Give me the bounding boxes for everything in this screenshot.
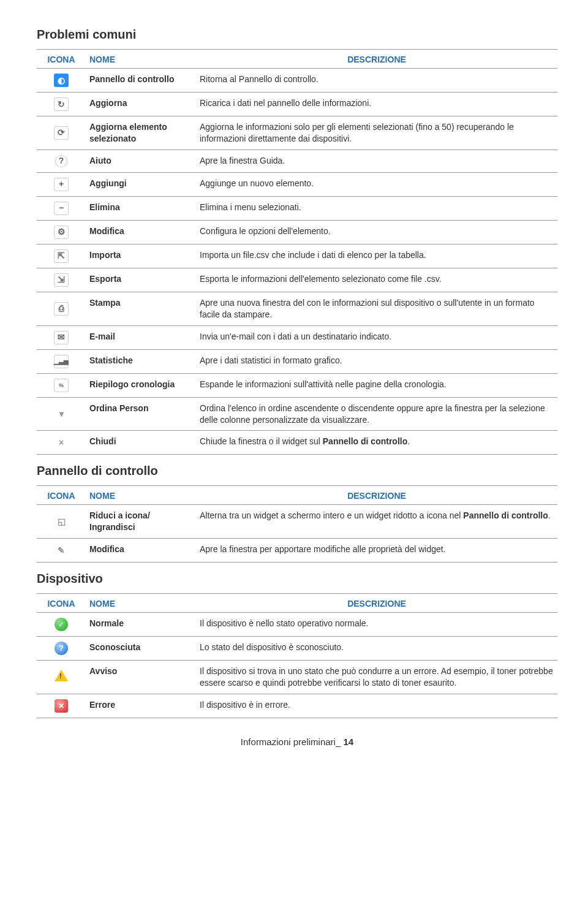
table-row: AvvisoIl dispositivo si trova in uno sta… xyxy=(37,661,557,694)
history-icon: % xyxy=(54,379,69,392)
header-desc: DESCRIZIONE xyxy=(196,486,557,505)
page-footer: Informazioni preliminari_ 14 xyxy=(37,737,557,747)
name-cell: Avviso xyxy=(86,661,196,694)
footer-text: Informazioni preliminari xyxy=(241,737,336,747)
desc-cell: Lo stato del dispositivo è sconosciuto. xyxy=(196,637,557,661)
icon-cell: ◐ xyxy=(37,69,86,93)
status-error-icon: ✕ xyxy=(55,699,68,713)
section-title: Problemi comuni xyxy=(37,28,557,42)
name-cell: Modifica xyxy=(86,220,196,244)
status-warning-icon xyxy=(55,670,68,681)
icon-cell: ⚙ xyxy=(37,220,86,244)
desc-cell: Elimina i menu selezionati. xyxy=(196,196,557,220)
name-cell: Aggiorna elemento selezionato xyxy=(86,116,196,150)
footer-page: 14 xyxy=(343,737,353,747)
name-cell: Statistiche xyxy=(86,349,196,373)
name-cell: Aggiungi xyxy=(86,172,196,196)
export-icon: ⇲ xyxy=(54,273,69,287)
table-row: ×ChiudiChiude la finestra o il widget su… xyxy=(37,431,557,455)
header-icon: ICONA xyxy=(37,486,86,505)
icon-cell: ↻ xyxy=(37,93,86,116)
status-ok-icon: ✓ xyxy=(55,618,68,631)
section-title: Dispositivo xyxy=(37,572,557,586)
name-cell: Esporta xyxy=(86,268,196,292)
desc-cell: Aggiorna le informazioni solo per gli el… xyxy=(196,116,557,150)
name-cell: Ordina Person xyxy=(86,397,196,431)
name-cell: Riepilogo cronologia xyxy=(86,373,196,397)
icon-definition-table: ICONANOMEDESCRIZIONE◱Riduci a icona/ Ing… xyxy=(37,485,557,563)
desc-cell: Ritorna al Pannello di controllo. xyxy=(196,69,557,93)
name-cell: Normale xyxy=(86,613,196,637)
icon-definition-table: ICONANOMEDESCRIZIONE◐Pannello di control… xyxy=(37,49,557,455)
name-cell: Pannello di controllo xyxy=(86,69,196,93)
table-row: ✎ModificaApre la finestra per apportare … xyxy=(37,539,557,563)
gear-icon: ⚙ xyxy=(54,226,69,239)
icon-cell: ▾ xyxy=(37,397,86,431)
table-row: ✕ErroreIl dispositivo è in errore. xyxy=(37,694,557,718)
icon-definition-table: ICONANOMEDESCRIZIONE✓NormaleIl dispositi… xyxy=(37,593,557,718)
desc-cell: Importa un file.csv che include i dati d… xyxy=(196,244,557,268)
table-row: +AggiungiAggiunge un nuovo elemento. xyxy=(37,172,557,196)
name-cell: Elimina xyxy=(86,196,196,220)
icon-cell: ✉ xyxy=(37,325,86,349)
header-name: NOME xyxy=(86,486,196,505)
name-cell: Riduci a icona/ Ingrandisci xyxy=(86,505,196,539)
table-row: ▾Ordina PersonOrdina l'elenco in ordine … xyxy=(37,397,557,431)
document-body: Problemi comuniICONANOMEDESCRIZIONE◐Pann… xyxy=(37,28,557,718)
name-cell: Stampa xyxy=(86,292,196,325)
table-row: ⇲EsportaEsporta le informazioni dell'ele… xyxy=(37,268,557,292)
icon-cell: ⎙ xyxy=(37,292,86,325)
help-icon: ? xyxy=(55,155,67,167)
name-cell: Chiudi xyxy=(86,431,196,455)
email-icon: ✉ xyxy=(54,331,69,344)
table-row: ⇱ImportaImporta un file.csv che include … xyxy=(37,244,557,268)
table-row: ✉E-mailInvia un'e-mail con i dati a un d… xyxy=(37,325,557,349)
import-icon: ⇱ xyxy=(54,249,69,263)
table-row: ⎙StampaApre una nuova finestra del con l… xyxy=(37,292,557,325)
icon-cell: ? xyxy=(37,150,86,172)
desc-cell: Aggiunge un nuovo elemento. xyxy=(196,172,557,196)
desc-cell: Ordina l'elenco in ordine ascendente o d… xyxy=(196,397,557,431)
desc-cell: Il dispositivo si trova in uno stato che… xyxy=(196,661,557,694)
table-row: ✓NormaleIl dispositivo è nello stato ope… xyxy=(37,613,557,637)
name-cell: E-mail xyxy=(86,325,196,349)
table-row: ▁▃▅StatisticheApre i dati statistici in … xyxy=(37,349,557,373)
name-cell: Modifica xyxy=(86,539,196,563)
icon-cell: × xyxy=(37,431,86,455)
desc-cell: Alterna tra un widget a schermo intero e… xyxy=(196,505,557,539)
icon-cell: + xyxy=(37,172,86,196)
plus-icon: + xyxy=(54,178,69,191)
table-row: −EliminaElimina i menu selezionati. xyxy=(37,196,557,220)
icon-cell: ⇲ xyxy=(37,268,86,292)
table-row: ?SconosciutaLo stato del dispositivo è s… xyxy=(37,637,557,661)
status-unknown-icon: ? xyxy=(55,642,68,655)
desc-cell: Invia un'e-mail con i dati a un destinat… xyxy=(196,325,557,349)
desc-cell: Esporta le informazioni dell'elemento se… xyxy=(196,268,557,292)
desc-cell: Il dispositivo è in errore. xyxy=(196,694,557,718)
name-cell: Sconosciuta xyxy=(86,637,196,661)
close-icon: × xyxy=(54,436,69,449)
table-row: ⟳Aggiorna elemento selezionatoAggiorna l… xyxy=(37,116,557,150)
refresh-selected-icon: ⟳ xyxy=(54,126,69,140)
icon-cell: ⟳ xyxy=(37,116,86,150)
name-cell: Errore xyxy=(86,694,196,718)
icon-cell: ? xyxy=(37,637,86,661)
desc-cell: Apre i dati statistici in formato grafic… xyxy=(196,349,557,373)
minimize-maximize-icon: ◱ xyxy=(54,515,69,528)
desc-cell: Chiude la finestra o il widget sul Panne… xyxy=(196,431,557,455)
minus-icon: − xyxy=(54,202,69,215)
desc-cell: Apre la finestra per apportare modifiche… xyxy=(196,539,557,563)
name-cell: Importa xyxy=(86,244,196,268)
icon-cell: ✓ xyxy=(37,613,86,637)
table-row: ?AiutoApre la finestra Guida. xyxy=(37,150,557,172)
print-icon: ⎙ xyxy=(54,302,69,316)
table-row: ◐Pannello di controlloRitorna al Pannell… xyxy=(37,69,557,93)
section-title: Pannello di controllo xyxy=(37,464,557,478)
footer-sep: _ xyxy=(336,737,344,747)
table-row: %Riepilogo cronologiaEspande le informaz… xyxy=(37,373,557,397)
header-name: NOME xyxy=(86,50,196,69)
header-desc: DESCRIZIONE xyxy=(196,50,557,69)
refresh-icon: ↻ xyxy=(54,97,69,111)
icon-cell: % xyxy=(37,373,86,397)
stats-icon: ▁▃▅ xyxy=(54,355,69,368)
